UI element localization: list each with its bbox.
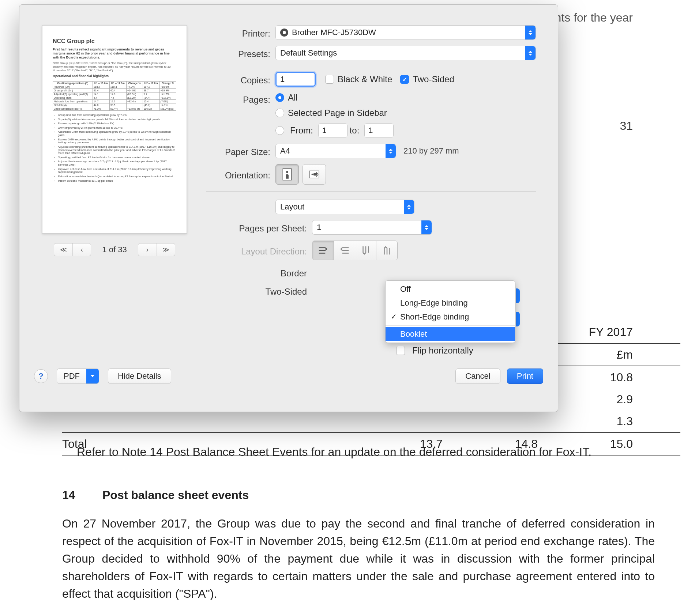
chevron-updown-icon	[421, 220, 432, 234]
printer-icon	[280, 29, 288, 37]
doc-page-number: 31	[620, 117, 633, 135]
pages-per-sheet-label: Pages per Sheet:	[206, 221, 312, 234]
from-label: From:	[290, 125, 313, 136]
presets-select[interactable]: Default Settings	[275, 46, 536, 60]
flip-horizontally-label: Flip horizontally	[412, 345, 473, 356]
pages-from-radio[interactable]	[275, 126, 284, 135]
preview-table: Continuing operations (1)H1 – 18 £mH1 – …	[53, 81, 176, 111]
layout-direction-group	[312, 241, 398, 260]
layout-dir-3[interactable]	[355, 241, 376, 260]
pages-all-radio[interactable]	[275, 93, 284, 102]
copies-input[interactable]	[275, 72, 316, 87]
flip-horizontally-checkbox[interactable]	[396, 346, 405, 355]
preview-page: NCC Group plc First half results reflect…	[42, 25, 187, 234]
copies-label: Copies:	[206, 73, 275, 86]
layout-dir-1[interactable]	[312, 241, 334, 260]
chevron-updown-icon	[386, 144, 396, 158]
paper-size-label: Paper Size:	[206, 145, 275, 157]
preview-nav-back[interactable]: ≪ ‹	[54, 243, 91, 256]
chevron-updown-icon	[525, 46, 536, 60]
chevron-updown-icon	[525, 26, 536, 39]
black-white-checkbox[interactable]	[325, 75, 334, 84]
layout-direction-label: Layout Direction:	[206, 244, 312, 257]
from-input[interactable]	[318, 123, 348, 138]
menu-item-long-edge[interactable]: Long-Edge binding	[386, 296, 515, 310]
print-dialog: NCC Group plc First half results reflect…	[19, 4, 558, 412]
last-page-button[interactable]: ≫	[157, 243, 175, 256]
to-label: to:	[350, 125, 360, 136]
dialog-footer: ? PDF Hide Details Cancel Print	[19, 356, 558, 396]
layout-dir-4[interactable]	[376, 241, 397, 260]
flip-horizontally-row: Flip horizontally	[396, 345, 473, 356]
border-select-cap[interactable]	[516, 288, 520, 303]
cancel-button[interactable]: Cancel	[455, 369, 500, 384]
two-sided-dropdown[interactable]: Off Long-Edge binding Short-Edge binding…	[385, 280, 515, 343]
paper-size-select[interactable]: A4	[275, 144, 396, 158]
pages-all-label: All	[288, 92, 298, 103]
page-indicator: 1 of 33	[102, 245, 127, 254]
pages-selected-label: Selected Page in Sidebar	[288, 108, 387, 118]
pages-per-sheet-select[interactable]: 1	[312, 220, 432, 235]
chevron-down-icon	[86, 369, 99, 383]
orientation-landscape-button[interactable]	[303, 164, 326, 185]
paper-dimensions: 210 by 297 mm	[403, 146, 459, 156]
help-button[interactable]: ?	[34, 369, 48, 383]
svg-point-1	[286, 171, 288, 173]
orientation-portrait-button[interactable]	[275, 164, 299, 185]
pages-selected-radio[interactable]	[275, 109, 284, 117]
black-white-label: Black & White	[338, 74, 392, 84]
chevron-updown-icon	[404, 200, 414, 214]
menu-item-short-edge[interactable]: Short-Edge binding	[386, 310, 515, 324]
border-label: Border	[206, 266, 312, 279]
two-sided-select-cap[interactable]	[516, 312, 520, 326]
doc-section: 14Post balance sheet events On 27 Novemb…	[62, 486, 655, 602]
two-sided-label: Two-Sided	[413, 74, 454, 84]
preview-nav-forward[interactable]: › ≫	[138, 243, 175, 256]
menu-item-off[interactable]: Off	[386, 282, 515, 296]
two-sided-checkbox[interactable]	[400, 75, 409, 84]
pdf-dropdown-button[interactable]: PDF	[57, 369, 99, 384]
doc-note: Refer to Note 14 Post Balance Sheet Even…	[77, 443, 655, 461]
printer-select[interactable]: Brother MFC-J5730DW	[275, 25, 536, 40]
next-page-button[interactable]: ›	[138, 243, 157, 256]
hide-details-button[interactable]: Hide Details	[108, 369, 171, 384]
preview-pane: NCC Group plc First half results reflect…	[34, 25, 195, 353]
presets-label: Presets:	[206, 47, 275, 59]
layout-dir-2[interactable]	[334, 241, 355, 260]
first-page-button[interactable]: ≪	[54, 243, 72, 256]
printer-label: Printer:	[206, 26, 275, 39]
to-input[interactable]	[364, 123, 394, 138]
section-select[interactable]: Layout	[275, 200, 414, 214]
two-sided-sub-label: Two-Sided	[206, 284, 312, 297]
svg-point-3	[311, 174, 313, 175]
prev-page-button[interactable]: ‹	[72, 243, 91, 256]
menu-item-booklet[interactable]: Booklet	[386, 327, 515, 341]
orientation-label: Orientation:	[206, 168, 275, 181]
print-button[interactable]: Print	[507, 369, 543, 384]
pages-label: Pages:	[206, 92, 275, 105]
